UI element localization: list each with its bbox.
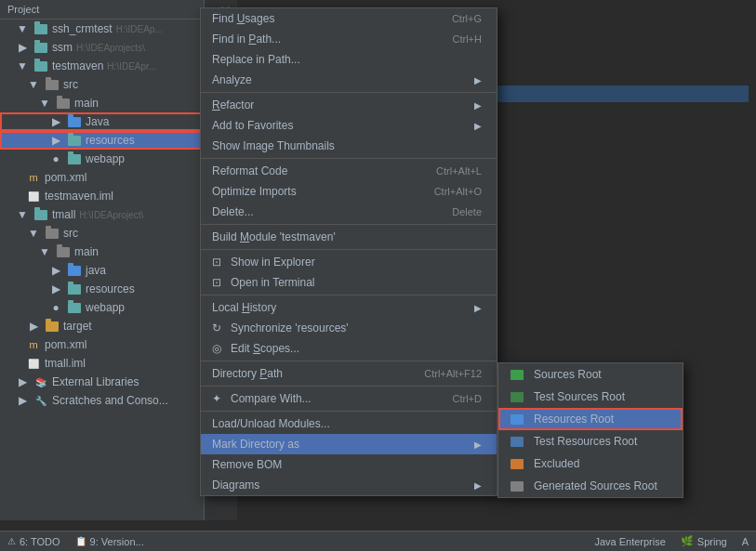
- submenu-sources-root[interactable]: Sources Root: [498, 363, 683, 386]
- tree-label: Scratches and Conso...: [52, 394, 168, 407]
- expand-icon: ▶: [15, 393, 30, 408]
- menu-show-explorer[interactable]: ⊡ Show in Explorer: [201, 252, 497, 272]
- menu-sep-7: [201, 386, 497, 387]
- expand-icon: ▶: [48, 133, 63, 148]
- menu-diagrams[interactable]: Diagrams ▶: [201, 475, 497, 495]
- mark-directory-submenu: Sources Root Test Sources Root Resources…: [497, 362, 683, 498]
- menu-add-favorites[interactable]: Add to Favorites ▶: [201, 115, 497, 136]
- tree-item-testmaven-iml[interactable]: ⬜ testmaven.iml: [0, 187, 204, 205]
- tree-item-main2[interactable]: ▼ main: [0, 243, 204, 261]
- menu-sep-5: [201, 295, 497, 295]
- tree-item-webapp[interactable]: ● webapp: [0, 150, 204, 168]
- menu-compare-with[interactable]: ✦ Compare With... Ctrl+D: [201, 388, 497, 409]
- menu-optimize[interactable]: Optimize Imports Ctrl+Alt+O: [201, 181, 497, 202]
- tree-item-main[interactable]: ▼ main: [0, 94, 204, 112]
- status-version[interactable]: 📋 9: Version...: [75, 536, 144, 547]
- menu-local-history[interactable]: Local History ▶: [201, 297, 497, 318]
- generated-icon: [510, 479, 524, 493]
- menu-label: Optimize Imports: [212, 185, 297, 198]
- menu-find-usages[interactable]: Find Usages Ctrl+G: [201, 8, 497, 29]
- tree-label: src: [63, 78, 78, 91]
- menu-remove-bom[interactable]: Remove BOM: [201, 454, 497, 475]
- submenu-label: Resources Root: [534, 413, 614, 426]
- menu-load-unload[interactable]: Load/Unload Modules...: [201, 413, 497, 434]
- tree-item-testmaven[interactable]: ▼ testmaven H:\IDEApr...: [0, 57, 204, 75]
- menu-analyze[interactable]: Analyze ▶: [201, 70, 497, 90]
- menu-label: Find Usages: [212, 12, 274, 25]
- submenu-arrow: ▶: [474, 75, 482, 85]
- status-spring[interactable]: 🌿 Spring: [681, 535, 727, 547]
- menu-find-in-path[interactable]: Find in Path... Ctrl+H: [201, 29, 497, 49]
- ext-icon: 📚: [33, 374, 48, 389]
- tree-item-ssm[interactable]: ▶ ssm H:\IDEAprojects\: [0, 38, 204, 57]
- submenu-test-resources-root[interactable]: Test Resources Root: [498, 430, 683, 453]
- scope-icon: ◎: [212, 342, 221, 355]
- expand-icon: ▼: [37, 244, 52, 259]
- project-panel: Project ▼ ssh_crmtest H:\IDEAp... ▶ ssm …: [0, 0, 205, 520]
- tree-item-src2[interactable]: ▼ src: [0, 224, 204, 243]
- tree-item-pom2[interactable]: m pom.xml: [0, 335, 204, 354]
- menu-edit-scopes[interactable]: ◎ Edit Scopes...: [201, 338, 497, 359]
- circle-icon: ●: [48, 300, 63, 315]
- menu-replace-in-path[interactable]: Replace in Path...: [201, 49, 497, 70]
- menu-reformat[interactable]: Reformat Code Ctrl+Alt+L: [201, 161, 497, 181]
- tree-label: webapp: [86, 152, 125, 165]
- submenu-resources-root[interactable]: Resources Root: [498, 408, 683, 430]
- menu-delete[interactable]: Delete... Delete: [201, 202, 497, 222]
- status-todo[interactable]: ⚠ 6: TODO: [7, 536, 60, 547]
- folder-icon: [33, 40, 48, 55]
- folder-teal-icon: [67, 133, 82, 148]
- tree-item-ext-libs[interactable]: ▶ 📚 External Libraries: [0, 373, 204, 391]
- menu-build-module[interactable]: Build Module 'testmaven': [201, 227, 497, 247]
- tree-label: webapp: [86, 301, 125, 314]
- menu-sep-1: [201, 92, 497, 93]
- menu-label: Mark Directory as: [212, 438, 299, 451]
- menu-label: Show Image Thumbnails: [212, 139, 335, 152]
- menu-refactor[interactable]: Refactor ▶: [201, 95, 497, 115]
- tree-label: ssm: [52, 41, 73, 54]
- tree-item-tmall[interactable]: ▼ tmall H:\IDEAproject\: [0, 205, 204, 224]
- menu-label: Synchronize 'resources': [231, 321, 349, 335]
- submenu-label: Test Sources Root: [534, 390, 625, 403]
- test-resources-icon: [510, 434, 524, 449]
- menu-directory-path[interactable]: Directory Path Ctrl+Alt+F12: [201, 363, 497, 384]
- submenu-label: Generated Sources Root: [534, 479, 657, 492]
- menu-shortcut: Ctrl+Alt+L: [436, 165, 482, 177]
- tree-label: src: [63, 227, 78, 240]
- collapse-icon: ▶: [15, 40, 30, 55]
- menu-shortcut: Ctrl+H: [453, 33, 482, 45]
- menu-show-thumbnails[interactable]: Show Image Thumbnails: [201, 136, 497, 156]
- folder-icon: [45, 77, 60, 92]
- tree-item-target[interactable]: ▶ target: [0, 317, 204, 335]
- menu-mark-directory[interactable]: Mark Directory as ▶: [201, 434, 497, 454]
- menu-label: Edit Scopes...: [231, 342, 299, 355]
- submenu-excluded[interactable]: Excluded: [498, 453, 683, 475]
- status-a[interactable]: A: [742, 536, 749, 547]
- file-icon: m: [26, 170, 41, 185]
- menu-open-terminal[interactable]: ⊡ Open in Terminal: [201, 272, 497, 293]
- menu-synchronize[interactable]: ↻ Synchronize 'resources': [201, 318, 497, 338]
- tree-item-tmall-iml[interactable]: ⬜ tmall.iml: [0, 354, 204, 373]
- expand-icon: ▶: [15, 374, 30, 389]
- tree-item-resources[interactable]: ▶ resources: [0, 131, 204, 150]
- status-java-enterprise[interactable]: Java Enterprise: [594, 536, 665, 547]
- tree-item-java[interactable]: ▶ Java: [0, 112, 204, 131]
- submenu-generated-sources[interactable]: Generated Sources Root: [498, 475, 683, 497]
- sync-icon: ↻: [212, 321, 221, 335]
- tree-item-ssh[interactable]: ▼ ssh_crmtest H:\IDEAp...: [0, 20, 204, 38]
- version-icon: 📋: [75, 536, 86, 546]
- spring-icon: 🌿: [681, 535, 694, 547]
- tree-item-scratches[interactable]: ▶ 🔧 Scratches and Conso...: [0, 391, 204, 410]
- folder-icon: [45, 226, 60, 241]
- tree-item-resources2[interactable]: ▶ resources: [0, 280, 204, 298]
- tree-item-webapp2[interactable]: ● webapp: [0, 298, 204, 317]
- submenu-test-sources-root[interactable]: Test Sources Root: [498, 386, 683, 408]
- menu-sep-8: [201, 411, 497, 412]
- tree-label: pom.xml: [45, 171, 86, 184]
- tree-item-java2[interactable]: ▶ java: [0, 261, 204, 280]
- menu-shortcut: Ctrl+G: [452, 13, 482, 24]
- tree-label: testmaven.iml: [45, 190, 113, 203]
- tree-item-src[interactable]: ▼ src: [0, 75, 204, 94]
- circle-icon: ●: [48, 151, 63, 166]
- tree-item-pom[interactable]: m pom.xml: [0, 168, 204, 187]
